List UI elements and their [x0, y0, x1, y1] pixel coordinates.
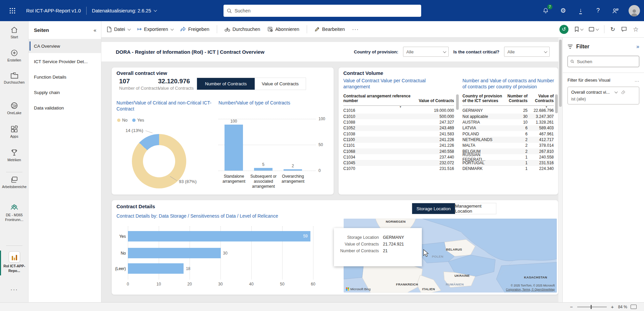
toolbar-more-button[interactable]: ··· — [352, 27, 359, 32]
download-icon[interactable]: ↓ — [576, 6, 585, 15]
refresh-visuals-button[interactable]: ↻ — [610, 26, 615, 33]
legend-item-yes[interactable]: Yes — [132, 118, 144, 123]
table-row[interactable]: Not applicable303.247.307 — [462, 114, 554, 119]
table-row[interactable]: GERMANY2522.686.796 — [462, 108, 554, 114]
collapse-pages-icon[interactable]: « — [94, 27, 96, 33]
data-refresh-dropdown[interactable]: Datenaktualisierung: 2.6.25 — [92, 8, 156, 13]
toggle-management-location[interactable]: Management Location — [455, 203, 496, 214]
table-row[interactable]: C1034237.440 — [343, 154, 454, 160]
page-item-ca-overview[interactable]: CA Overview — [29, 39, 101, 53]
search-input[interactable] — [235, 8, 418, 13]
page-item-supply-chain[interactable]: Supply chain — [29, 85, 101, 99]
map-tooltip: Storage LocationGERMANY Value of Contrac… — [334, 228, 422, 266]
nav-item-roi-report[interactable]: RoI ICT-APP-Repo... — [0, 251, 29, 273]
table-row[interactable]: C1088247.327 — [343, 119, 454, 125]
nav-item-durchsuchen[interactable]: Durchsuchen — [0, 72, 29, 85]
settings-gear-icon[interactable]: ⚙ — [559, 6, 567, 15]
table-header-row[interactable]: Country of provision of the ICT services… — [462, 94, 554, 106]
notifications-bell-icon[interactable]: 7 — [541, 6, 550, 15]
nav-item-arbeitsbereiche[interactable]: Arbeitsbereiche — [0, 176, 29, 189]
scrollbar-thumb[interactable] — [559, 40, 562, 107]
table-row[interactable]: C1070231.516 — [343, 166, 454, 172]
favorite-star-icon[interactable]: ☆ — [633, 26, 639, 33]
canvas-scrollbar — [558, 38, 562, 302]
table-row[interactable]: C1100241.226 — [343, 137, 454, 142]
legend-dot — [117, 119, 120, 122]
table-row[interactable]: POLAND6467.961 — [462, 131, 554, 137]
table-row[interactable]: C1101241.226 — [343, 143, 454, 148]
fit-to-page-icon[interactable] — [631, 305, 637, 309]
type-column-bar[interactable] — [284, 169, 302, 171]
eraser-icon[interactable] — [621, 90, 626, 94]
toggle-value-of-contracts[interactable]: Value of Contracts — [255, 78, 306, 90]
help-icon[interactable]: ? — [594, 6, 602, 15]
table-row[interactable]: C1068240.558 — [343, 148, 454, 154]
table-scrollbar[interactable] — [456, 94, 459, 110]
table-row[interactable]: AUSTRIA101.328.261 — [462, 119, 554, 125]
filters-section-label: Filter für dieses Visual — [567, 78, 610, 83]
zoom-in-button[interactable]: + — [610, 304, 615, 310]
filters-more-button[interactable]: ... — [635, 78, 639, 83]
country-of-provision-dropdown[interactable]: Alle — [403, 47, 449, 57]
chevron-down-icon — [614, 90, 618, 93]
visual-filter-card[interactable]: Overall contract vi... ist (alle) — [567, 87, 639, 104]
edit-button[interactable]: Bearbeiten — [314, 27, 345, 32]
user-avatar[interactable] — [629, 5, 640, 16]
type-column-bar[interactable] — [254, 168, 273, 171]
page-item-data-validation[interactable]: Data validation — [29, 101, 101, 115]
toggle-number-of-contracts[interactable]: Number of Contracts — [197, 78, 255, 90]
details-bar[interactable] — [128, 263, 184, 274]
table-row[interactable]: PORTUGAL1231.516 — [462, 160, 554, 166]
hbar-row-leer: (Leer) 18 — [114, 263, 190, 274]
table-row[interactable]: C101619.000.000 — [343, 108, 454, 114]
table-row[interactable]: C1038241.583 — [343, 131, 454, 137]
table-scrollbar[interactable] — [555, 94, 558, 113]
zoom-slider[interactable] — [577, 307, 607, 307]
table-row[interactable]: C1052243.469 — [343, 125, 454, 131]
collapse-filter-pane-icon[interactable]: » — [636, 44, 639, 50]
contact-critical-dropdown[interactable]: Alle — [504, 47, 550, 57]
subscribe-button[interactable]: Abonnieren — [267, 27, 299, 32]
details-bar[interactable]: 59 — [128, 231, 310, 241]
contracts-metric-toggle: Number of Contracts Value of Contracts — [197, 78, 306, 90]
toggle-storage-location[interactable]: Storage Location — [412, 203, 455, 214]
type-column-bar[interactable] — [225, 125, 243, 171]
table-row[interactable]: DENMARK1224.340 — [462, 166, 554, 172]
filter-search-input[interactable] — [577, 59, 636, 64]
nav-item-apps[interactable]: Apps — [0, 125, 29, 139]
legend-item-no[interactable]: No — [117, 118, 128, 123]
table-row[interactable]: C1010500.000 — [343, 114, 454, 119]
nav-item-start[interactable]: Start — [0, 26, 29, 40]
zoom-out-button[interactable]: − — [569, 304, 574, 310]
page-item-function-details[interactable]: Function Details — [29, 70, 101, 84]
details-bar[interactable] — [128, 248, 221, 258]
table-row[interactable]: MALTA2378.014 — [462, 143, 554, 148]
refresh-status-button[interactable]: ↺ — [559, 25, 568, 34]
hbar-row-no: No 30 — [114, 248, 228, 258]
legend-dot — [132, 119, 136, 122]
file-menu-button[interactable]: Datei — [107, 27, 130, 32]
critical-donut-ring[interactable] — [132, 134, 186, 188]
zoom-slider-handle[interactable] — [591, 305, 592, 309]
view-button[interactable] — [589, 27, 598, 32]
rail-more-button[interactable]: ··· — [0, 286, 29, 293]
nav-item-erstellen[interactable]: Erstellen — [0, 49, 29, 63]
table-header-row[interactable]: Contractual arrangement reference number… — [343, 94, 454, 106]
share-button[interactable]: Freigeben — [180, 27, 209, 32]
nav-item-onelake[interactable]: OneLake — [0, 102, 29, 116]
explore-button[interactable]: Durchsuchen — [225, 27, 260, 32]
table-row[interactable]: C1045232.072 — [343, 160, 454, 166]
nav-item-de-m365[interactable]: DE - M365 Frontrunn... — [0, 204, 29, 222]
export-icon: ↦ — [137, 27, 142, 32]
export-menu-button[interactable]: ↦ Exportieren — [137, 27, 173, 32]
feedback-person-icon[interactable] — [611, 6, 620, 15]
table-row[interactable]: NETHERLANDS2412.717 — [462, 137, 554, 142]
app-launcher-icon[interactable] — [5, 3, 20, 18]
table-row[interactable]: LATVIA6589.403 — [462, 125, 554, 131]
nav-item-metriken[interactable]: Metriken — [0, 149, 29, 163]
bookmarks-button[interactable] — [575, 27, 583, 32]
table-row[interactable]: RUSSIAN FEDERATI...1240.558 — [462, 154, 554, 160]
map-attribution-links[interactable]: Corporation, Terms, © OpenStreetMap — [506, 288, 555, 292]
page-item-ict-service-provider[interactable]: ICT Service Provider Det... — [29, 54, 101, 69]
comments-button[interactable] — [621, 27, 627, 32]
